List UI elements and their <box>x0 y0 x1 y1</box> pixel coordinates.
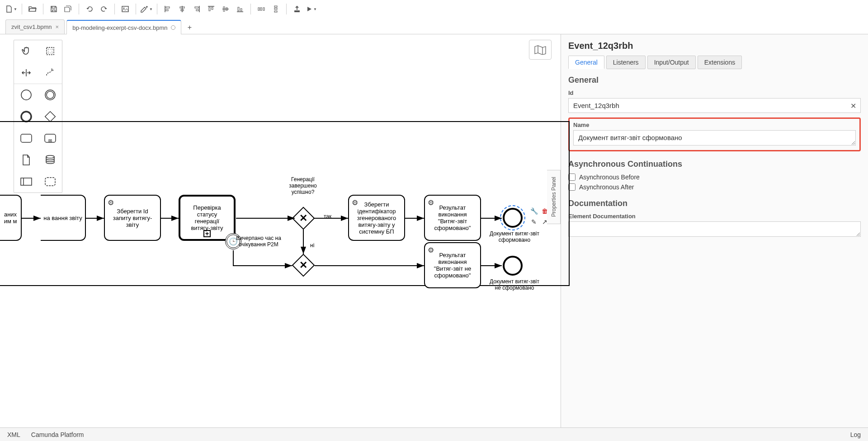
export-image-button[interactable] <box>118 3 132 15</box>
async-before-row[interactable]: Asynchronous Before <box>568 174 861 181</box>
svg-rect-12 <box>209 7 210 11</box>
bpmn-service-task[interactable]: ⚙ Результат виконання "Витяг-звіт сформо… <box>424 195 481 241</box>
bpmn-task-partial[interactable]: на вання звіту <box>41 195 86 241</box>
name-label: Name <box>573 122 856 128</box>
tab-label: zvit_csv1.bpmn <box>11 23 52 30</box>
svg-rect-21 <box>260 8 262 10</box>
gear-icon: ⚙ <box>108 198 114 207</box>
toolbar-separator <box>250 4 251 14</box>
context-delete-icon[interactable]: 🗑 <box>540 206 550 216</box>
footer-xml-tab[interactable]: XML <box>7 431 20 438</box>
gear-icon: ⚙ <box>428 198 434 207</box>
props-tab-listeners[interactable]: Listeners <box>606 56 646 69</box>
undo-button[interactable] <box>83 3 96 15</box>
tab-label: bp-modeling-excerpt-csv-docx.bpmn <box>72 24 167 31</box>
align-bottom-button[interactable] <box>233 3 247 15</box>
bpmn-exclusive-gateway[interactable]: ✕ <box>292 254 315 277</box>
context-connect-icon[interactable]: ↗ <box>540 217 550 227</box>
name-input[interactable] <box>573 130 856 145</box>
svg-rect-0 <box>122 6 128 12</box>
toolbar-separator <box>114 4 115 14</box>
section-title: Asynchronous Continuations <box>568 160 861 169</box>
lane-border <box>0 285 570 286</box>
bpmn-call-activity[interactable]: Перевірка статусу генерації витягу-звіту… <box>179 195 236 241</box>
lane-border <box>0 121 570 122</box>
toolbar-separator <box>79 4 79 14</box>
props-tab-io[interactable]: Input/Output <box>647 56 696 69</box>
distribute-h-button[interactable] <box>255 3 268 15</box>
tab-close-icon[interactable]: × <box>56 23 59 30</box>
bpmn-label: Вичерпано час на очікування P2M <box>236 235 281 248</box>
svg-rect-22 <box>263 8 264 10</box>
gear-icon: ⚙ <box>428 246 434 254</box>
props-tab-general[interactable]: General <box>568 56 604 69</box>
checkbox-label: Asynchronous Before <box>579 174 640 181</box>
bpmn-end-event-selected[interactable] <box>503 208 523 228</box>
deploy-button[interactable] <box>290 3 304 15</box>
context-wrench-icon[interactable]: 🔧 <box>529 206 539 216</box>
tab-dirty-indicator[interactable] <box>171 25 175 30</box>
svg-rect-25 <box>274 11 277 12</box>
align-top-button[interactable] <box>204 3 218 15</box>
svg-rect-23 <box>274 6 277 7</box>
section-title: General <box>568 75 861 85</box>
align-center-h-button[interactable] <box>175 3 189 15</box>
clear-icon[interactable]: ✕ <box>850 101 856 110</box>
bpmn-end-event[interactable] <box>503 256 523 276</box>
bpmn-service-task[interactable]: ⚙ Зберегти ідентифікатор згенерованого в… <box>348 195 405 241</box>
section-async: Asynchronous Continuations Asynchronous … <box>568 160 861 191</box>
main-area: Properties Panel аних им м на вання звіт… <box>0 34 868 427</box>
toolbar-separator <box>157 4 157 14</box>
add-tab-button[interactable]: + <box>183 21 196 34</box>
file-tabs: zvit_csv1.bpmn × bp-modeling-excerpt-csv… <box>0 18 868 34</box>
file-tab-active[interactable]: bp-modeling-excerpt-csv-docx.bpmn <box>66 20 181 34</box>
redo-button[interactable] <box>97 3 111 15</box>
subprocess-marker-icon: + <box>203 230 211 237</box>
bpmn-service-task[interactable]: ⚙ Зберегти Id запиту витягу-звіту <box>104 195 161 241</box>
props-tab-extensions[interactable]: Extensions <box>698 56 742 69</box>
file-tab[interactable]: zvit_csv1.bpmn × <box>5 19 65 34</box>
bpmn-exclusive-gateway[interactable]: ✕ <box>292 207 315 230</box>
svg-rect-4 <box>166 9 168 11</box>
distribute-v-button[interactable] <box>269 3 283 15</box>
open-button[interactable] <box>26 3 39 15</box>
id-input[interactable] <box>568 98 861 113</box>
save-button[interactable] <box>47 3 61 15</box>
context-annotation-icon[interactable]: ✎ <box>529 217 539 227</box>
bpmn-task-partial[interactable]: аних им м <box>0 195 22 241</box>
new-file-button[interactable]: ▼ <box>5 3 18 15</box>
flow-label: ні <box>310 242 314 249</box>
gear-icon: ⚙ <box>352 198 358 207</box>
bpmn-label: Документ витяг-звіт не сформовано <box>487 278 542 291</box>
save-all-button[interactable] <box>61 3 75 15</box>
checkbox-label: Asynchronous After <box>579 183 634 191</box>
align-middle-button[interactable] <box>219 3 232 15</box>
status-bar: XML Camunda Platform Log <box>0 427 868 441</box>
element-title: Event_12q3rbh <box>568 41 861 51</box>
id-label: Id <box>568 89 861 96</box>
bpmn-canvas[interactable]: аних им м на вання звіту ⚙ Зберегти Id з… <box>0 34 561 427</box>
footer-platform-tab[interactable]: Camunda Platform <box>31 431 84 438</box>
svg-rect-3 <box>166 7 170 8</box>
run-button[interactable]: ▼ <box>305 3 318 15</box>
svg-rect-10 <box>196 9 198 11</box>
align-left-button[interactable] <box>161 3 175 15</box>
doc-label: Element Documentation <box>568 213 861 220</box>
svg-rect-19 <box>241 9 242 11</box>
doc-input[interactable] <box>568 221 861 237</box>
svg-point-1 <box>123 8 125 9</box>
bpmn-label: Генерації завершено успішно? <box>280 176 326 195</box>
props-tabs: General Listeners Input/Output Extension… <box>568 56 861 69</box>
color-button[interactable]: ▼ <box>140 3 153 15</box>
main-toolbar: ▼ ▼ ▼ <box>0 0 868 18</box>
align-right-button[interactable] <box>190 3 203 15</box>
bpmn-label: Документ витяг-звіт сформовано <box>487 230 542 243</box>
svg-rect-9 <box>195 7 198 8</box>
bpmn-service-task[interactable]: ⚙ Результат виконання "Витяг-звіт не сфо… <box>424 242 481 288</box>
name-field-highlighted: Name <box>568 117 861 151</box>
section-general: General Id ✕ Name <box>568 75 861 151</box>
async-after-row[interactable]: Asynchronous After <box>568 183 861 191</box>
footer-log-tab[interactable]: Log <box>850 431 861 438</box>
flow-label: так <box>324 213 331 220</box>
svg-rect-13 <box>212 7 213 9</box>
